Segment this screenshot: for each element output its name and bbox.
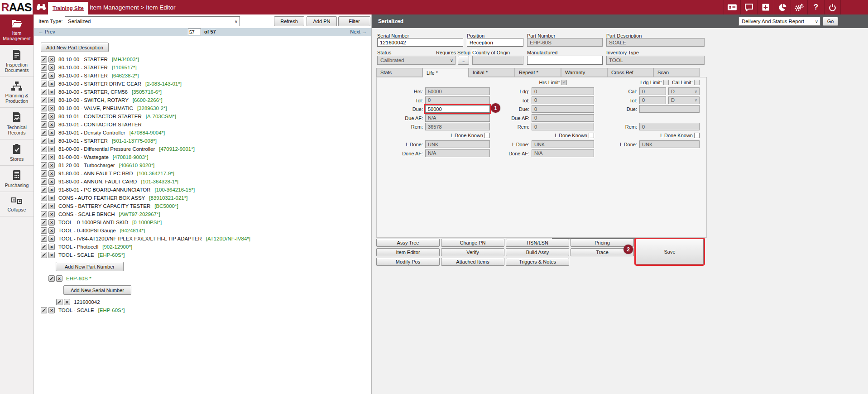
delete-icon[interactable]: × [48,97,55,103]
add-new-part-number-button[interactable]: Add New Part Number [56,262,124,271]
delete-icon[interactable]: × [48,211,55,217]
tab-warranty[interactable]: Warranty [561,68,607,77]
tree-item-label[interactable]: 80-10-00 - STARTER [58,57,108,62]
id-card-icon[interactable] [724,0,740,14]
delete-icon[interactable]: × [48,146,55,152]
pie-chart-icon[interactable] [774,0,791,14]
tree-item-label[interactable]: CONS - BATTERY CAPACITY TESTER [58,203,150,209]
tree-item-label[interactable]: 80-10-00 - STARTER [58,73,108,78]
settings-icon[interactable] [791,0,807,14]
delete-icon[interactable]: × [48,307,55,313]
item-editor-button[interactable]: Item Editor [376,248,440,256]
help-icon[interactable]: ? [807,0,824,14]
tree-item-label[interactable]: TOOL - Photocell [58,244,98,250]
delete-icon[interactable]: × [56,275,62,282]
edit-icon[interactable] [41,227,47,234]
tab-cross-ref[interactable]: Cross Ref [607,68,653,77]
tab-stats[interactable]: Stats [376,68,422,77]
edit-icon[interactable] [41,178,47,185]
go-button[interactable]: Go [823,17,838,26]
edit-icon[interactable] [41,170,47,177]
tree-item-label[interactable]: 80-10-00 - STARTER [58,65,108,70]
save-button[interactable]: Save [636,239,704,264]
tree-item-label[interactable]: TOOL - 0-400PSI Gauge [58,228,116,233]
edit-icon[interactable] [41,81,47,87]
power-icon[interactable] [824,0,841,14]
prev-page-link[interactable]: ← Prev [38,29,55,34]
sidebar-item-inspection-documents[interactable]: Inspection Documents [0,45,34,77]
sidebar-item-item-management[interactable]: Item Management [0,14,34,45]
sidebar-item-planning-production[interactable]: Planning & Production [0,77,34,108]
edit-icon[interactable] [41,203,47,209]
refresh-button[interactable]: Refresh [274,16,304,26]
report-select[interactable]: Delivery And Status Report∨ [739,17,820,26]
tab-scan[interactable]: Scan [653,68,700,77]
delete-icon[interactable]: × [48,178,55,185]
life-hrs-due-field[interactable]: 50000 [425,105,490,113]
tree-item-label[interactable]: 80-10-00 - SWITCH, ROTARY [58,97,129,103]
filter-button[interactable]: Filter [338,16,370,26]
tree-item-label[interactable]: EHP-60S * [66,276,91,281]
edit-icon[interactable] [48,275,55,282]
position-input[interactable] [467,38,523,47]
triggers-notes-button[interactable]: Triggers & Notes [506,258,569,266]
delete-icon[interactable]: × [48,162,55,168]
edit-icon[interactable] [41,307,47,313]
edit-icon[interactable] [41,113,47,120]
assy-tree-button[interactable]: Assy Tree [376,239,440,247]
tree-item-label[interactable]: 81-00-00 - Wastegate [58,154,109,160]
tree-item-label[interactable]: 80-10-00 - STARTER, CFM56 [58,89,128,95]
tree-item-label[interactable]: 80-10-01 - STARTER [58,138,108,144]
sidebar-item-collapse[interactable]: Collapse [0,192,34,216]
tree-item-label[interactable]: 81-20-00 - Turbocharger [58,163,115,168]
delete-icon[interactable]: × [48,56,55,62]
tree-item-label[interactable]: 80-10-00 - VALVE, PNEUMATIC [58,106,133,111]
edit-icon[interactable] [41,105,47,111]
edit-icon[interactable] [41,121,47,128]
change-pn-button[interactable]: Change PN [441,239,504,247]
delete-icon[interactable]: × [48,72,55,79]
edit-icon[interactable] [41,72,47,79]
l-done-known-checkbox[interactable] [589,133,594,138]
tree-item-label[interactable]: TOOL - SCALE [58,308,94,313]
delete-icon[interactable]: × [48,219,55,226]
edit-icon[interactable] [41,89,47,95]
l-done-known-checkbox[interactable] [694,133,700,138]
l-done-known-checkbox[interactable] [484,133,490,138]
add-new-serial-number-button[interactable]: Add New Serial Number [63,285,131,295]
binoculars-icon[interactable] [36,3,46,12]
add-new-part-description-button[interactable]: Add New Part Description [41,43,109,52]
delete-icon[interactable]: × [48,154,55,160]
tree-item-label[interactable]: 80-10-00 - STARTER DRIVE GEAR [58,81,141,86]
tree-item-label[interactable]: 80-10-01 - CONTACTOR STARTER [58,122,142,127]
delete-icon[interactable]: × [48,113,55,120]
hsn-lsn-button[interactable]: HSN/LSN [506,239,569,247]
tree-item-label[interactable]: TOOL - 0-1000PSI ANTI SKID [58,220,128,225]
tab-initial[interactable]: Initial * [469,68,515,77]
tab-life[interactable]: Life * [422,68,469,77]
tab-repeat[interactable]: Repeat * [515,68,561,77]
edit-icon[interactable] [41,195,47,201]
edit-icon[interactable] [41,138,47,144]
delete-icon[interactable]: × [48,138,55,144]
delete-icon[interactable]: × [48,89,55,95]
edit-icon[interactable] [41,130,47,136]
tree-item-label[interactable]: TOOL - SCALE [58,252,94,258]
delete-icon[interactable]: × [48,252,55,258]
edit-icon[interactable] [56,299,62,305]
tree-item-label[interactable]: 81-00-00 - Differential Pressure Control… [58,146,155,152]
edit-icon[interactable] [41,187,47,193]
add-icon[interactable] [757,0,774,14]
delete-icon[interactable]: × [64,299,70,305]
delete-icon[interactable]: × [48,121,55,128]
delete-icon[interactable]: × [48,105,55,111]
delete-icon[interactable]: × [48,227,55,234]
edit-icon[interactable] [41,64,47,71]
edit-icon[interactable] [41,162,47,168]
tree-item-label[interactable]: 121600042 [74,299,100,305]
tree-item-label[interactable]: 80-10-01 - Density Controller [58,130,125,135]
delete-icon[interactable]: × [48,170,55,177]
tree-item-label[interactable]: CONS - AUTO FEATHER BOX ASSY [58,195,145,201]
chat-icon[interactable] [740,0,757,14]
edit-icon[interactable] [41,56,47,62]
